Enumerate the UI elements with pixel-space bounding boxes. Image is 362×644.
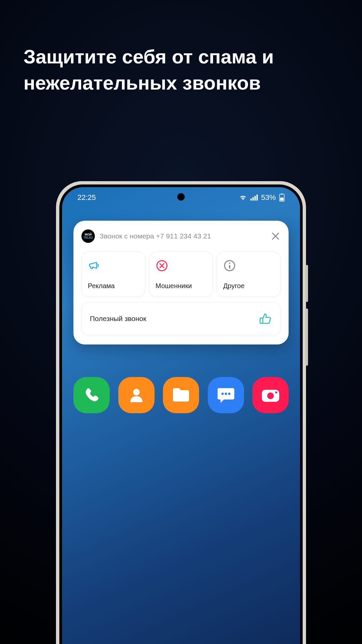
svg-point-18 [275, 391, 277, 393]
svg-rect-0 [250, 199, 252, 201]
app-logo-badge: МОЙ TELE2 [81, 229, 95, 243]
app-dock [73, 377, 289, 413]
useful-call-button[interactable]: Полезный звонок [81, 302, 281, 335]
messages-app[interactable] [208, 377, 244, 413]
category-label: Другое [223, 282, 274, 290]
camera-app[interactable] [252, 377, 289, 413]
megaphone-icon [88, 259, 101, 272]
svg-point-9 [229, 263, 230, 264]
phone-side-button [305, 265, 308, 302]
category-ads[interactable]: Реклама [81, 252, 145, 297]
svg-point-13 [221, 393, 224, 395]
logo-text-2: TELE2 [83, 236, 93, 239]
folder-icon [172, 388, 190, 402]
chat-icon [217, 387, 235, 404]
status-indicators: 53% [239, 193, 285, 202]
svg-rect-1 [252, 197, 254, 201]
svg-point-12 [133, 389, 140, 395]
svg-rect-10 [229, 265, 230, 269]
front-camera [177, 193, 185, 201]
thumbs-up-icon [259, 312, 272, 325]
svg-rect-6 [280, 198, 284, 201]
svg-point-17 [267, 392, 274, 399]
notification-title: Звонок с номера +7 911 234 43 21 [100, 232, 266, 240]
info-icon [223, 259, 236, 272]
category-row: Реклама Мошенники Другое [81, 252, 281, 297]
phone-icon [82, 386, 101, 404]
phone-bezel: 22:25 53% МОЙ TELE2 Звонок с номера +7 9… [59, 184, 303, 644]
phone-frame: 22:25 53% МОЙ TELE2 Звонок с номера +7 9… [56, 181, 306, 644]
svg-rect-2 [254, 196, 256, 201]
svg-point-15 [228, 393, 230, 395]
category-label: Реклама [88, 282, 139, 290]
svg-point-14 [225, 393, 227, 395]
category-fraud[interactable]: Мошенники [149, 252, 213, 297]
close-button[interactable] [270, 231, 281, 241]
marketing-headline: Защитите себя от спама и нежелательных з… [23, 44, 339, 96]
person-icon [127, 386, 145, 404]
spam-notification-card: МОЙ TELE2 Звонок с номера +7 911 234 43 … [73, 221, 289, 344]
category-label: Мошенники [156, 282, 206, 290]
close-icon [270, 231, 281, 241]
useful-call-label: Полезный звонок [90, 315, 146, 323]
svg-rect-11 [260, 318, 263, 323]
phone-screen: 22:25 53% МОЙ TELE2 Звонок с номера +7 9… [62, 187, 300, 644]
battery-percent: 53% [261, 193, 276, 202]
card-header: МОЙ TELE2 Звонок с номера +7 911 234 43 … [81, 229, 281, 243]
files-app[interactable] [163, 377, 199, 413]
wifi-icon [239, 194, 247, 201]
category-other[interactable]: Другое [217, 252, 281, 297]
x-circle-icon [156, 259, 168, 272]
contacts-app[interactable] [118, 377, 155, 413]
signal-icon [250, 195, 258, 201]
status-time: 22:25 [77, 193, 96, 202]
phone-app[interactable] [73, 377, 110, 413]
battery-icon [279, 194, 285, 202]
camera-icon [261, 388, 280, 402]
phone-side-button [305, 309, 308, 366]
svg-rect-3 [256, 195, 258, 201]
